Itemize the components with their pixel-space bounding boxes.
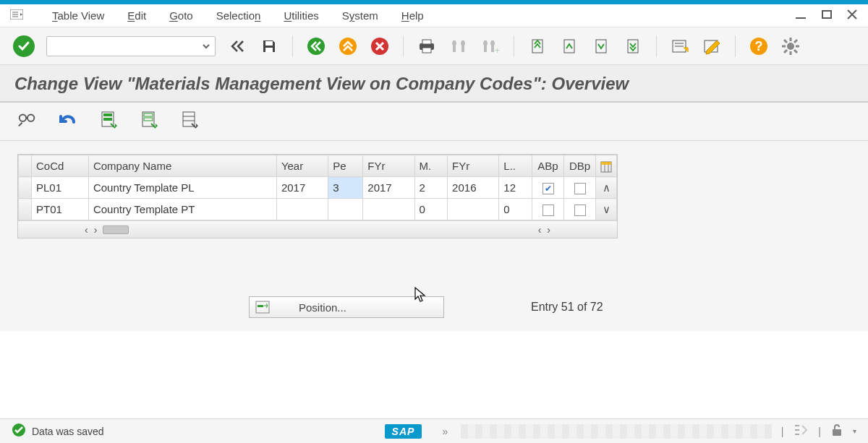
cell-abp[interactable]: ✔ [532, 177, 564, 199]
cell-fyr2[interactable] [448, 199, 499, 220]
help-icon[interactable]: ? [749, 36, 769, 56]
cell-m[interactable]: 2 [414, 177, 448, 199]
data-grid[interactable]: CoCd Company Name Year Pe FYr M. FYr L..… [17, 154, 618, 238]
cell-cocd[interactable]: PL01 [32, 177, 89, 199]
scroll-up-icon[interactable]: ∧ [596, 177, 617, 199]
cell-fyr2[interactable]: 2016 [448, 177, 499, 199]
scroll-right-icon[interactable]: › [94, 224, 98, 236]
print-icon[interactable] [417, 36, 437, 56]
prev-page-icon[interactable] [559, 36, 579, 56]
col-l[interactable]: L.. [499, 155, 532, 177]
row-selector[interactable] [19, 177, 32, 199]
cell-abp[interactable] [532, 199, 564, 220]
cell-name[interactable]: Country Template PT [88, 199, 276, 220]
menu-utilities[interactable]: Utilities [284, 9, 318, 22]
col-fyr1[interactable]: FYr [363, 155, 414, 177]
col-name[interactable]: Company Name [88, 155, 276, 177]
col-m[interactable]: M. [414, 155, 448, 177]
cell-fyr1[interactable]: 2017 [363, 177, 414, 199]
restore-button[interactable] [820, 9, 833, 22]
cell-l[interactable]: 0 [499, 199, 532, 220]
deselect-all-icon[interactable] [139, 110, 159, 130]
cell-name[interactable]: Country Template PL [88, 177, 276, 199]
scroll-left-icon[interactable]: ‹ [85, 224, 88, 236]
scroll-right2-icon[interactable]: › [547, 224, 550, 236]
svg-rect-5 [265, 41, 273, 46]
next-page-icon[interactable] [591, 36, 611, 56]
menu-help[interactable]: Help [401, 9, 424, 22]
cell-year[interactable] [276, 199, 328, 220]
cell-l[interactable]: 12 [499, 177, 532, 199]
find-icon[interactable] [448, 36, 469, 56]
cell-dbp[interactable] [564, 177, 596, 199]
svg-point-53 [12, 423, 25, 436]
svg-point-25 [750, 38, 767, 55]
svg-point-13 [452, 41, 456, 46]
minimize-button[interactable] [794, 9, 807, 22]
lock-icon[interactable] [831, 423, 843, 439]
command-field[interactable]: dropdown [46, 36, 216, 56]
status-sep: | [818, 426, 821, 437]
cell-pe[interactable] [328, 199, 363, 220]
save-icon[interactable] [259, 36, 279, 56]
col-cocd[interactable]: CoCd [32, 155, 89, 177]
last-page-icon[interactable] [623, 36, 643, 56]
menu-table-view[interactable]: Table View [52, 9, 104, 22]
customize-icon[interactable] [780, 36, 801, 56]
page-title: Change View "Materials Management View o… [14, 74, 854, 94]
svg-point-7 [307, 38, 325, 55]
hscrollbar[interactable]: ‹ › ‹ › [18, 220, 617, 238]
row-selector-header[interactable] [19, 155, 32, 177]
svg-rect-2 [822, 11, 831, 18]
undo-icon[interactable] [58, 110, 78, 130]
svg-point-16 [490, 41, 495, 46]
table-row[interactable]: PT01 Country Template PT 0 0 ∨ [19, 199, 617, 220]
scroll-left2-icon[interactable]: ‹ [538, 224, 542, 236]
table-config-icon[interactable] [596, 155, 617, 177]
cell-m[interactable]: 0 [414, 199, 448, 220]
first-page-icon[interactable] [527, 36, 548, 56]
cell-pe[interactable]: 3 [328, 177, 363, 199]
status-chevrons[interactable]: » [442, 426, 448, 437]
svg-rect-44 [183, 112, 195, 126]
svg-rect-42 [144, 113, 153, 116]
svg-rect-12 [422, 48, 431, 53]
row-selector[interactable] [19, 199, 32, 220]
new-session-icon[interactable] [670, 36, 690, 56]
col-year[interactable]: Year [276, 155, 328, 177]
display-toggle-icon[interactable] [17, 110, 38, 130]
svg-point-9 [371, 38, 388, 55]
config-column-icon[interactable] [179, 110, 200, 130]
select-all-icon[interactable] [98, 110, 119, 130]
cancel-icon[interactable] [370, 36, 390, 56]
cell-cocd[interactable]: PT01 [32, 199, 89, 220]
enter-button[interactable] [13, 35, 35, 57]
svg-rect-39 [103, 113, 112, 116]
header-row: CoCd Company Name Year Pe FYr M. FYr L..… [19, 155, 617, 177]
back-icon[interactable] [306, 36, 326, 56]
back-double-icon[interactable] [227, 36, 247, 56]
col-pe[interactable]: Pe [328, 155, 363, 177]
cell-dbp[interactable] [564, 199, 596, 220]
col-fyr2[interactable]: FYr [448, 155, 499, 177]
exit-icon[interactable] [338, 36, 358, 56]
app-menu-icon[interactable] [10, 9, 23, 22]
svg-line-4 [848, 10, 856, 19]
menu-system[interactable]: System [342, 9, 378, 22]
col-dbp[interactable]: DBp [564, 155, 596, 177]
close-button[interactable] [846, 9, 858, 22]
find-next-icon[interactable]: + [480, 36, 501, 56]
cell-year[interactable]: 2017 [276, 177, 328, 199]
scroll-thumb[interactable] [103, 225, 129, 234]
dropdown-icon[interactable]: ▾ [853, 427, 856, 435]
menu-goto[interactable]: Goto [169, 9, 193, 22]
menu-selection[interactable]: Selection [216, 9, 261, 22]
position-button[interactable]: Position... [249, 296, 444, 318]
network-icon[interactable] [793, 424, 808, 438]
col-abp[interactable]: ABp [532, 155, 564, 177]
shortcut-icon[interactable] [702, 36, 722, 56]
table-row[interactable]: PL01 Country Template PL 2017 3 2017 2 2… [19, 177, 617, 199]
cell-fyr1[interactable] [363, 199, 414, 220]
scroll-down-icon[interactable]: ∨ [596, 199, 617, 220]
menu-edit[interactable]: Edit [127, 9, 146, 22]
